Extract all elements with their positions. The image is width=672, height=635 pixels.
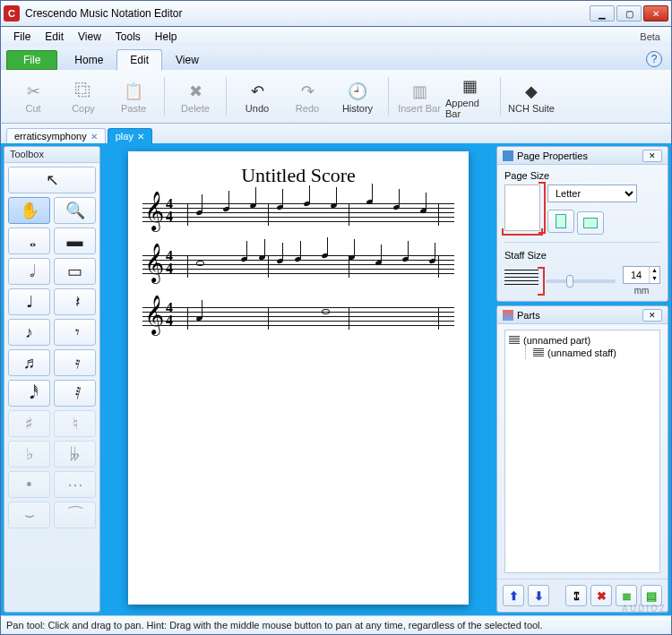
page-size-select[interactable]: Letter [547, 184, 637, 202]
nch-suite-button[interactable]: ◆NCH Suite [506, 73, 556, 120]
tree-item-staff[interactable]: (unnamed staff) [533, 347, 656, 359]
tool-flat: ♭ [8, 441, 50, 468]
menu-tools[interactable]: Tools [108, 29, 148, 45]
append-bar-button[interactable]: ▦Append Bar [444, 73, 495, 120]
minimize-button[interactable]: ▁ [590, 5, 615, 21]
part-label: (unnamed part) [523, 335, 590, 346]
history-label: History [342, 103, 373, 114]
status-text: Pan tool: Click and drag to pan. Hint: D… [6, 620, 543, 631]
delete-button: ✖Delete [170, 73, 220, 120]
toolbox-title: Toolbox [4, 147, 99, 163]
tool-dots: ⋯ [54, 471, 96, 498]
tool-thirtysecond-rest[interactable]: 𝅀 [54, 380, 96, 407]
tool-double-flat: 𝄫 [54, 441, 96, 468]
paste-icon: 📋 [122, 80, 145, 103]
tool-tie: ⌣ [8, 502, 50, 528]
nch-suite-icon: ◆ [520, 80, 543, 103]
tool-quarter-rest[interactable]: 𝄽 [54, 288, 96, 315]
tool-quarter-note[interactable]: ♩ [8, 288, 50, 315]
staff-icon [533, 348, 544, 357]
cut-icon: ✂ [22, 80, 45, 103]
tool-eighth-rest[interactable]: 𝄾 [54, 319, 96, 346]
page-properties-close[interactable]: ✕ [642, 150, 662, 162]
staff-line[interactable]: 𝄞44 [142, 300, 454, 339]
toolbox-panel: Toolbox ↖✋🔍𝅝▬𝅗𝅥▭♩𝄽♪𝄾♬𝄿𝅘𝅥𝅰𝅀♯♮♭𝄫•⋯⌣⁀ [4, 146, 100, 613]
tool-zoom[interactable]: 🔍 [54, 197, 96, 224]
menubar: File Edit View Tools Help Beta [0, 27, 672, 47]
history-icon: 🕘 [346, 80, 369, 103]
canvas[interactable]: Untitled Score 𝄞44𝄞44𝄞44 [103, 146, 494, 613]
part-icon [509, 336, 520, 345]
page-properties-icon [503, 150, 513, 161]
tool-half-note[interactable]: 𝅗𝅥 [8, 258, 50, 285]
rename-button[interactable]: Ɪ [565, 585, 587, 606]
ribbon-tab-view[interactable]: View [162, 49, 212, 70]
menu-view[interactable]: View [71, 29, 108, 45]
staff-size-spinner[interactable]: ▲▼ [623, 266, 660, 284]
status-bar: Pan tool: Click and drag to pan. Hint: D… [0, 615, 672, 635]
page-thumb [504, 184, 540, 231]
menu-help[interactable]: Help [148, 29, 185, 45]
tree-item-part[interactable]: (unnamed part) [509, 334, 656, 347]
undo-label: Undo [246, 103, 269, 114]
parts-panel: Parts ✕ (unnamed part) (unnamed staff) [496, 305, 668, 613]
score-page[interactable]: Untitled Score 𝄞44𝄞44𝄞44 [128, 151, 469, 605]
parts-title: Parts [517, 310, 540, 321]
staff-size-slider[interactable] [546, 279, 616, 283]
tool-eighth-note[interactable]: ♪ [8, 319, 50, 346]
tool-sixteenth-rest[interactable]: 𝄿 [54, 349, 96, 376]
doc-tab-erraticsymphony[interactable]: erraticsymphony✕ [6, 128, 106, 143]
undo-button[interactable]: ↶Undo [232, 73, 282, 120]
close-button[interactable]: ✕ [643, 5, 668, 21]
tool-sharp: ♯ [8, 410, 50, 437]
spinner-up[interactable]: ▲ [649, 267, 659, 275]
insert-bar-button: ▥Insert Bar [394, 73, 444, 120]
copy-icon: ⿻ [72, 80, 95, 103]
menu-edit[interactable]: Edit [38, 29, 71, 45]
doc-tab-close[interactable]: ✕ [137, 132, 144, 142]
tool-half-rest[interactable]: ▭ [54, 258, 96, 285]
help-icon[interactable]: ? [646, 51, 662, 67]
ribbon-file[interactable]: File [6, 50, 57, 70]
time-signature: 44 [166, 250, 173, 275]
staff-line[interactable]: 𝄞44 [142, 196, 454, 236]
tool-slur: ⁀ [54, 502, 96, 528]
doc-tab-close[interactable]: ✕ [90, 132, 98, 142]
doc-tab-label: erraticsymphony [14, 131, 87, 142]
paste-button: 📋Paste [108, 73, 159, 120]
insert-bar-label: Insert Bar [398, 103, 441, 114]
tool-sixteenth-note[interactable]: ♬ [8, 349, 50, 376]
staff-size-input[interactable] [624, 270, 649, 280]
doc-tab-play[interactable]: play✕ [108, 128, 152, 143]
doc-tab-label: play [116, 131, 134, 142]
copy-button: ⿻Copy [58, 73, 108, 120]
parts-close[interactable]: ✕ [642, 309, 662, 322]
cut-label: Cut [25, 103, 40, 114]
tool-pointer[interactable]: ↖ [8, 167, 96, 193]
menu-file[interactable]: File [6, 29, 38, 45]
move-up-button[interactable]: ⬆ [503, 585, 524, 606]
tool-whole-rest[interactable]: ▬ [54, 227, 96, 254]
ribbon-tab-edit[interactable]: Edit [116, 49, 162, 71]
staff-line[interactable]: 𝄞44 [142, 248, 454, 287]
tool-hand[interactable]: ✋ [8, 197, 50, 224]
spinner-down[interactable]: ▼ [649, 275, 659, 283]
landscape-button[interactable] [577, 211, 604, 235]
tool-whole-note[interactable]: 𝅝 [8, 227, 50, 254]
ribbon-tab-home[interactable]: Home [61, 49, 116, 70]
tool-thirtysecond-note[interactable]: 𝅘𝅥𝅰 [8, 380, 50, 407]
history-button[interactable]: 🕘History [332, 73, 383, 120]
page-size-label: Page Size [504, 170, 660, 181]
delete-part-button[interactable]: ✖ [590, 585, 612, 606]
score-title: Untitled Score [142, 164, 454, 187]
treble-clef-icon: 𝄞 [144, 243, 164, 283]
nch-suite-label: NCH Suite [508, 103, 555, 114]
undo-icon: ↶ [246, 80, 269, 103]
watermark: AUDIOZ [622, 604, 667, 614]
maximize-button[interactable]: ▢ [616, 5, 642, 21]
treble-clef-icon: 𝄞 [144, 191, 164, 231]
portrait-button[interactable] [547, 210, 574, 233]
parts-tree[interactable]: (unnamed part) (unnamed staff) [504, 330, 660, 573]
move-down-button[interactable]: ⬇ [528, 585, 549, 606]
redo-button: ↷Redo [282, 73, 332, 120]
